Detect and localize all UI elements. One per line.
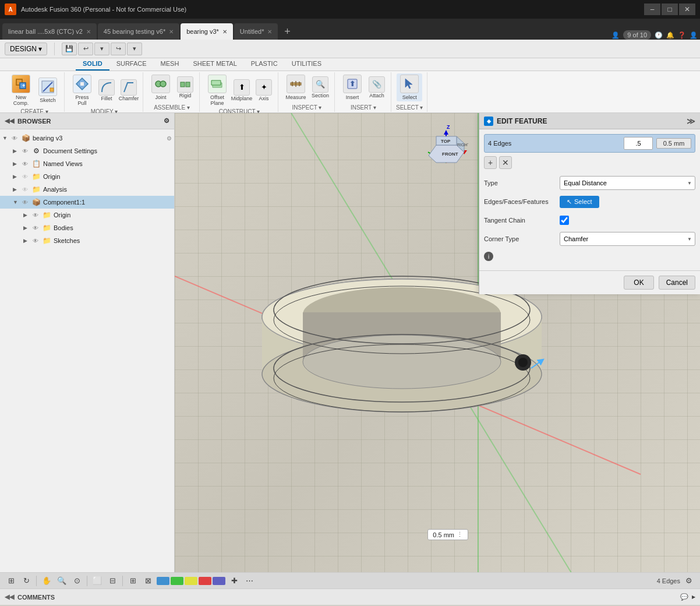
redo-dropdown[interactable]: ▾ <box>127 43 142 55</box>
grid-icon[interactable]: ⊞ <box>126 575 139 587</box>
redo-button[interactable]: ↪ <box>111 43 126 55</box>
tree-item-analysis[interactable]: ▶ 👁 📁 Analysis <box>0 183 174 196</box>
visibility-icon[interactable]: 👁 <box>22 186 31 193</box>
color-scheme-btn-4[interactable] <box>199 577 211 585</box>
attach-button[interactable]: 📎 Attach <box>366 75 387 100</box>
view-cube-icon[interactable]: ⬜ <box>91 575 104 587</box>
tree-item-component1[interactable]: ▼ 👁 📦 Component1:1 <box>0 196 174 209</box>
orbit-icon[interactable]: ↻ <box>20 575 33 587</box>
section-analysis-button[interactable]: 🔍 Section <box>310 75 331 100</box>
visibility-icon[interactable]: 👁 <box>12 135 21 142</box>
options-icon[interactable]: ⚙ <box>167 135 172 142</box>
tab-close-icon[interactable]: ✕ <box>86 29 91 35</box>
undo-button[interactable]: ↩ <box>78 43 93 55</box>
design-button[interactable]: DESIGN ▾ <box>5 43 47 55</box>
tree-item-origin-child[interactable]: ▶ 👁 📁 Origin <box>0 209 174 221</box>
visibility-icon[interactable]: 👁 <box>33 212 42 219</box>
help-icon[interactable]: ❓ <box>678 31 686 39</box>
tab-bearing-v3[interactable]: bearing v3* ✕ <box>181 23 233 40</box>
visibility-icon[interactable]: 👁 <box>22 199 31 206</box>
grid-settings-icon[interactable]: ⊠ <box>142 575 154 587</box>
ef-remove-button[interactable]: ✕ <box>499 156 512 169</box>
tree-item-bearing-v3[interactable]: ▼ 👁 📦 bearing v3 ⚙ <box>0 132 174 145</box>
tab-close-icon[interactable]: ✕ <box>267 29 272 35</box>
type-dropdown[interactable]: Equal Distance Two Distances Distance an… <box>560 176 695 190</box>
midplane-button[interactable]: ⬆ Midplane <box>231 78 252 103</box>
axis-button[interactable]: ✦ Axis <box>253 78 274 103</box>
tab-plastic[interactable]: PLASTIC <box>244 58 285 71</box>
select-button[interactable]: Select <box>397 73 422 101</box>
pan-icon[interactable]: ✋ <box>40 575 53 587</box>
display-settings-icon[interactable]: ⊟ <box>106 575 119 587</box>
color-scheme-btn-5[interactable] <box>213 577 225 585</box>
joint-button[interactable]: Joint <box>148 73 174 101</box>
color-scheme-btn-3[interactable] <box>185 577 197 585</box>
new-tab-button[interactable]: + <box>279 23 295 40</box>
tab-utilities[interactable]: UTILITIES <box>285 58 328 71</box>
snap-icon[interactable]: ✚ <box>228 575 241 587</box>
nav-cube[interactable]: Z FRONT RIGHT TOP <box>425 122 468 171</box>
color-scheme-btn-2[interactable] <box>171 577 183 585</box>
browser-settings-icon[interactable]: ⚙ <box>164 117 169 125</box>
more-options-icon[interactable]: ⋯ <box>243 575 256 587</box>
tangent-chain-checkbox[interactable] <box>560 216 569 225</box>
tab-surface[interactable]: SURFACE <box>109 58 154 71</box>
color-scheme-btn-1[interactable] <box>157 577 169 585</box>
ef-select-button[interactable]: ↖ Select <box>560 196 599 208</box>
visibility-icon[interactable]: 👁 <box>22 161 31 167</box>
insert-button[interactable]: ⬆ Insert <box>340 73 365 101</box>
close-button[interactable]: ✕ <box>679 3 695 15</box>
tab-mesh[interactable]: MESH <box>154 58 186 71</box>
tree-item-named-views[interactable]: ▶ 👁 📋 Named Views <box>0 157 174 170</box>
browser-collapse-icon[interactable]: ◀◀ <box>5 117 14 125</box>
chamfer-button[interactable]: Chamfer <box>118 78 139 103</box>
ef-cancel-button[interactable]: Cancel <box>659 276 695 290</box>
maximize-button[interactable]: □ <box>662 3 678 15</box>
tab-close-icon[interactable]: ✕ <box>169 29 174 35</box>
ef-ok-button[interactable]: OK <box>624 276 653 290</box>
select-button-label: Select <box>574 198 592 205</box>
fillet-button[interactable]: Fillet <box>96 78 117 103</box>
comments-collapse-icon[interactable]: ◀◀ <box>5 593 14 601</box>
fit-all-icon[interactable]: ⊞ <box>5 575 17 587</box>
visibility-icon[interactable]: 👁 <box>33 225 42 231</box>
visibility-icon[interactable]: 👁 <box>33 238 42 244</box>
comments-add-icon[interactable]: 💬 <box>680 593 688 601</box>
comments-expand-icon[interactable]: ▸ <box>692 593 695 601</box>
visibility-icon[interactable]: 👁 <box>22 148 31 154</box>
minimize-button[interactable]: – <box>644 3 660 15</box>
tab-linear-ball[interactable]: linear ball ....5x8 (CTC) v2 ✕ <box>2 23 97 40</box>
undo-dropdown[interactable]: ▾ <box>94 43 109 55</box>
visibility-icon[interactable]: 👁 <box>22 174 31 180</box>
info-icon[interactable]: i <box>484 252 493 261</box>
create-new-component-button[interactable]: + New Comp. <box>8 73 34 107</box>
ef-expand-icon[interactable]: ≫ <box>687 117 695 126</box>
tree-item-sketches[interactable]: ▶ 👁 📁 Sketches <box>0 234 174 247</box>
chamfer-value-input[interactable] <box>624 137 653 150</box>
tab-45-bearing[interactable]: 45 bearing testing v6* ✕ <box>98 23 179 40</box>
save-button[interactable]: 💾 <box>62 43 77 55</box>
tab-untitled[interactable]: Untitled* ✕ <box>234 23 278 40</box>
viewport[interactable]: Z FRONT RIGHT TOP 0.5 mm ⋮ ◈ EDIT FEATU <box>175 113 700 572</box>
corner-type-select[interactable]: Chamfer Miter None <box>560 232 695 246</box>
measure-options-icon[interactable]: ⋮ <box>457 531 463 538</box>
zoom-icon[interactable]: 🔍 <box>55 575 68 587</box>
profile-icon[interactable]: 👤 <box>690 31 698 39</box>
svg-text:RIGHT: RIGHT <box>457 143 468 147</box>
corner-type-dropdown[interactable]: Chamfer Miter None <box>560 232 695 246</box>
offset-plane-button[interactable]: Offset Plane <box>204 73 230 107</box>
tree-item-bodies[interactable]: ▶ 👁 📁 Bodies <box>0 221 174 234</box>
tab-close-icon[interactable]: ✕ <box>222 29 227 35</box>
sketch-button[interactable]: Sketch <box>35 76 61 104</box>
zoom-fit-icon[interactable]: ⊙ <box>70 575 83 587</box>
tab-solid[interactable]: SOLID <box>76 58 109 71</box>
tab-sheet-metal[interactable]: SHEET METAL <box>186 58 243 71</box>
measure-button[interactable]: Measure <box>283 73 309 101</box>
type-select[interactable]: Equal Distance Two Distances Distance an… <box>560 176 695 190</box>
press-pull-button[interactable]: Press Pull <box>69 73 95 107</box>
tree-item-origin[interactable]: ▶ 👁 📁 Origin <box>0 170 174 183</box>
tree-item-doc-settings[interactable]: ▶ 👁 ⚙ Document Settings <box>0 145 174 157</box>
rigid-group-button[interactable]: Rigid <box>175 75 196 100</box>
ef-add-button[interactable]: + <box>484 156 497 169</box>
settings-icon[interactable]: ⚙ <box>683 575 695 587</box>
